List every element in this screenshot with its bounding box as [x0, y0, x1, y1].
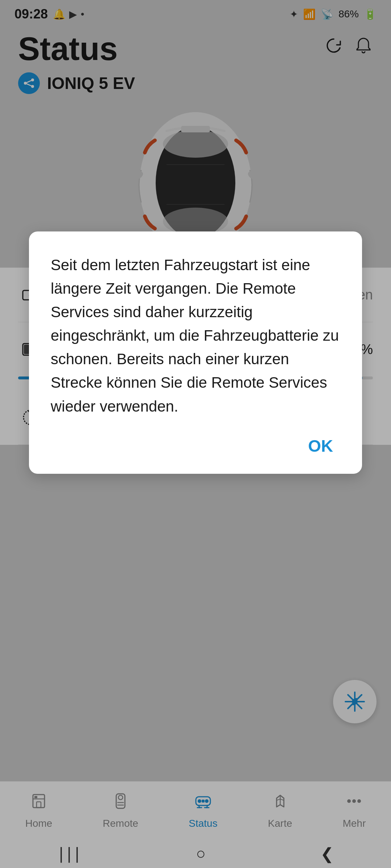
dialog-actions: OK	[51, 433, 340, 459]
dialog-message: Seit dem letzten Fahrzeugstart ist eine …	[51, 253, 340, 418]
dialog-ok-button[interactable]: OK	[301, 433, 340, 459]
dialog-box: Seit dem letzten Fahrzeugstart ist eine …	[29, 231, 362, 474]
dialog-overlay: Seit dem letzten Fahrzeugstart ist eine …	[0, 0, 391, 868]
